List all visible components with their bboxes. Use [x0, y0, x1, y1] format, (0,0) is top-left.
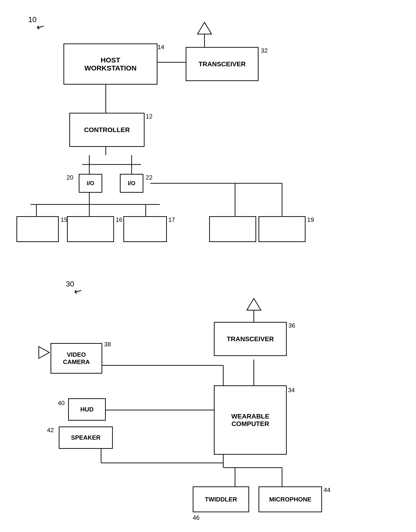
box-18 [209, 216, 256, 242]
box-16 [67, 216, 114, 242]
box-19 [259, 216, 306, 242]
transceiver-top-box: TRANSCEIVER [186, 47, 259, 81]
twiddler-box: TWIDDLER [193, 486, 249, 512]
ref-46: 46 [193, 514, 200, 522]
io1-box: I/O [79, 174, 102, 193]
box-15 [17, 216, 59, 242]
ref-30: 30 [66, 280, 74, 288]
speaker-box: SPEAKER [59, 427, 113, 449]
transceiver-bottom-box: TRANSCEIVER [214, 322, 287, 356]
ref-40: 40 [58, 399, 65, 407]
video-camera-box: VIDEO CAMERA [50, 343, 102, 374]
ref-20: 20 [67, 174, 73, 181]
hud-box: HUD [68, 398, 106, 421]
ref-32: 32 [261, 47, 268, 54]
ref-10: 10 [28, 15, 37, 24]
wearable-computer-box: WEARABLE COMPUTER [214, 385, 287, 455]
controller-box: CONTROLLER [69, 113, 145, 147]
box-17 [123, 216, 167, 242]
io2-box: I/O [120, 174, 143, 193]
ref-17: 17 [168, 216, 175, 223]
diagram-container: 10 ↙ HOST WORKSTATION 14 TRANSCEIVER 32 … [0, 0, 416, 532]
ref-34: 34 [288, 387, 295, 394]
ref-42: 42 [47, 427, 54, 434]
ref-16: 16 [116, 216, 122, 223]
camera-icon [36, 345, 50, 361]
ref-38: 38 [104, 341, 111, 348]
ref-22: 22 [146, 174, 153, 181]
ref-44: 44 [324, 486, 330, 494]
ref-19: 19 [307, 216, 314, 223]
ref-12: 12 [146, 113, 153, 120]
ref-15: 15 [61, 216, 68, 223]
microphone-box: MICROPHONE [259, 486, 322, 512]
svg-marker-0 [197, 22, 212, 34]
ref-14: 14 [157, 43, 164, 51]
svg-marker-30 [39, 347, 49, 358]
host-workstation-box: HOST WORKSTATION [63, 43, 157, 85]
ref-36: 36 [288, 322, 295, 329]
svg-marker-17 [247, 298, 261, 310]
